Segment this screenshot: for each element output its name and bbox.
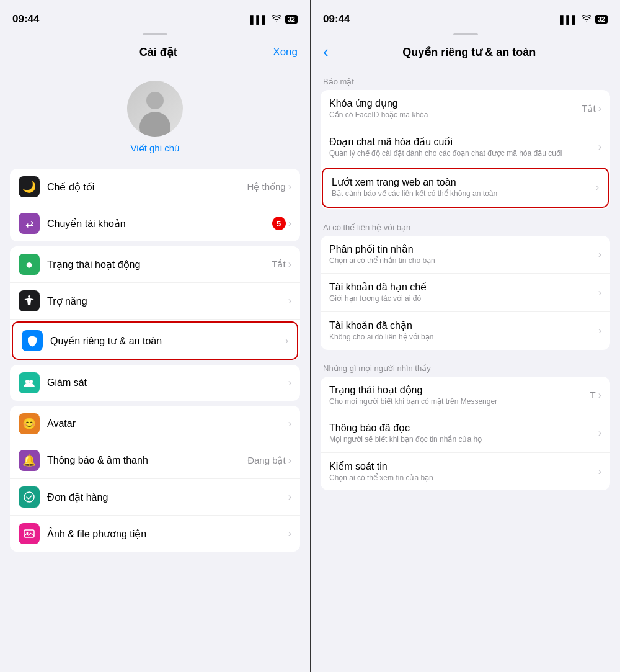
left-battery: 32 xyxy=(285,15,298,24)
left-status-icons: ▌▌▌ 32 xyxy=(250,15,298,24)
dark-mode-value: Hệ thống xyxy=(247,181,285,192)
settings-section-3: Giám sát › xyxy=(10,365,300,401)
svg-point-1 xyxy=(25,380,29,383)
transfer-account-item[interactable]: ⇄ Chuyển tài khoản 5 › xyxy=(10,205,300,241)
app-lock-sub: Cần có FaceID hoặc mã khóa xyxy=(329,110,577,120)
e2e-chat-item[interactable]: Đoạn chat mã hóa đầu cuối Quản lý chế độ… xyxy=(321,128,610,167)
right-signal-icon: ▌▌▌ xyxy=(560,15,578,24)
avatar-icon: 😊 xyxy=(19,413,40,434)
right-time: 09:44 xyxy=(323,13,350,25)
notification-icon: 🔔 xyxy=(19,450,40,471)
msg-distribution-item[interactable]: Phân phối tin nhắn Chọn ai có thể nhắn t… xyxy=(321,236,610,274)
msg-dist-title: Phân phối tin nhắn xyxy=(329,243,593,255)
blocked-sub: Không cho ai đó liên hệ với bạn xyxy=(329,333,593,343)
contact-header: Ai có thể liên hệ với bạn xyxy=(311,214,620,236)
activity-visible-chevron: › xyxy=(598,390,601,401)
restricted-title: Tài khoản đã hạn chế xyxy=(329,281,593,293)
safe-browse-item[interactable]: Lướt xem trang web an toàn Bật cảnh báo … xyxy=(322,168,609,208)
story-control-item[interactable]: Kiểm soát tin Chọn ai có thể xem tin của… xyxy=(321,453,610,491)
right-phone-screen: 09:44 ▌▌▌ 32 ‹ Quyền riêng tư & an toàn … xyxy=(310,0,620,672)
notification-item[interactable]: 🔔 Thông báo & âm thanh Đang bật › xyxy=(10,442,300,479)
privacy-icon xyxy=(22,330,43,351)
restricted-accounts-item[interactable]: Tài khoản đã hạn chế Giới hạn tương tác … xyxy=(321,274,610,312)
safe-browse-sub: Bật cảnh báo về các liên kết có thể khôn… xyxy=(332,189,591,199)
activity-value: Tắt xyxy=(272,259,285,270)
right-battery: 32 xyxy=(595,15,608,24)
blocked-accounts-item[interactable]: Tài khoản đã chặn Không cho ai đó liên h… xyxy=(321,312,610,350)
right-status-icons: ▌▌▌ 32 xyxy=(560,15,608,24)
e2e-chat-sub: Quản lý chế độ cài đặt dành cho các đoạn… xyxy=(329,149,593,159)
blocked-chevron: › xyxy=(598,325,601,336)
orders-icon xyxy=(19,486,40,508)
avatar-item[interactable]: 😊 Avatar › xyxy=(10,406,300,442)
security-header: Bảo mật xyxy=(311,68,620,90)
activity-visible-title: Trạng thái hoạt động xyxy=(329,384,585,396)
app-lock-title: Khóa ứng dụng xyxy=(329,97,577,109)
wifi-icon xyxy=(272,15,281,24)
app-lock-value: Tắt xyxy=(582,103,595,114)
read-receipt-title: Thông báo đã đọc xyxy=(329,422,593,434)
right-status-bar: 09:44 ▌▌▌ 32 xyxy=(311,0,620,32)
read-receipt-item[interactable]: Thông báo đã đọc Mọi người sẽ biết khi b… xyxy=(321,414,610,453)
settings-section-1: 🌙 Chế độ tối Hệ thống › ⇄ Chuyển tài kho… xyxy=(10,169,300,241)
svg-rect-4 xyxy=(24,530,34,537)
svg-point-3 xyxy=(24,492,34,502)
activity-visible-sub: Cho mọi người biết khi bạn có mặt trên M… xyxy=(329,397,585,407)
dark-mode-icon: 🌙 xyxy=(19,176,40,197)
profile-section: Viết ghi chú xyxy=(0,68,310,164)
app-lock-item[interactable]: Khóa ứng dụng Cần có FaceID hoặc mã khóa… xyxy=(321,90,610,128)
privacy-label: Quyền riêng tư & an toàn xyxy=(50,335,162,347)
activity-visible-item[interactable]: Trạng thái hoạt động Cho mọi người biết … xyxy=(321,377,610,415)
right-screen-content[interactable]: Bảo mật Khóa ứng dụng Cần có FaceID hoặc… xyxy=(311,68,620,672)
transfer-icon: ⇄ xyxy=(19,213,40,234)
right-nav-bar: ‹ Quyền riêng tư & an toàn xyxy=(311,36,620,68)
privacy-chevron: › xyxy=(285,335,288,346)
left-phone-screen: 09:44 ▌▌▌ 32 Cài đặt Xong Viết ghi chú xyxy=(0,0,310,672)
safe-browse-chevron: › xyxy=(596,182,599,193)
monitor-item[interactable]: Giám sát › xyxy=(10,365,300,401)
story-control-chevron: › xyxy=(598,466,601,477)
monitor-label: Giám sát xyxy=(47,377,87,388)
orders-label: Đơn đặt hàng xyxy=(47,491,108,503)
activity-status-item[interactable]: ● Trạng thái hoạt động Tắt › xyxy=(10,246,300,283)
blocked-title: Tài khoản đã chặn xyxy=(329,320,593,331)
left-nav-action[interactable]: Xong xyxy=(273,46,298,58)
accessibility-label: Trợ năng xyxy=(47,295,87,307)
dark-mode-chevron: › xyxy=(288,181,291,192)
left-nav-title: Cài đặt xyxy=(140,45,177,59)
left-nav-bar: Cài đặt Xong xyxy=(0,36,310,68)
signal-icon: ▌▌▌ xyxy=(250,15,268,24)
activity-label: Trạng thái hoạt động xyxy=(47,259,140,271)
app-lock-chevron: › xyxy=(598,103,601,114)
msg-dist-sub: Chọn ai có thể nhắn tin cho bạn xyxy=(329,256,593,266)
notification-value: Đang bật xyxy=(247,455,286,466)
dark-mode-label: Chế độ tối xyxy=(47,181,94,193)
story-control-title: Kiểm soát tin xyxy=(329,460,593,472)
monitor-chevron: › xyxy=(288,377,291,388)
privacy-item[interactable]: Quyền riêng tư & an toàn › xyxy=(12,321,298,360)
e2e-chat-title: Đoạn chat mã hóa đầu cuối xyxy=(329,136,593,148)
transfer-label: Chuyển tài khoản xyxy=(47,218,126,230)
left-time: 09:44 xyxy=(12,13,39,25)
visible-header: Những gì mọi người nhìn thấy xyxy=(311,355,620,377)
profile-note-link[interactable]: Viết ghi chú xyxy=(131,143,180,154)
activity-icon: ● xyxy=(19,254,40,275)
monitor-icon xyxy=(19,372,40,393)
orders-item[interactable]: Đơn đặt hàng › xyxy=(10,479,300,516)
dark-mode-item[interactable]: 🌙 Chế độ tối Hệ thống › xyxy=(10,169,300,205)
svg-point-2 xyxy=(29,380,33,383)
notification-label: Thông báo & âm thanh xyxy=(47,455,148,466)
activity-chevron: › xyxy=(288,259,291,270)
contact-section: Phân phối tin nhắn Chọn ai có thể nhắn t… xyxy=(321,236,610,350)
left-screen-content[interactable]: Viết ghi chú 🌙 Chế độ tối Hệ thống › ⇄ C… xyxy=(0,68,310,672)
activity-visible-value: T xyxy=(590,390,596,400)
safe-browse-title: Lướt xem trang web an toàn xyxy=(332,176,591,188)
story-control-sub: Chọn ai có thể xem tin của bạn xyxy=(329,473,593,483)
right-nav-title: Quyền riêng tư & an toàn xyxy=(337,45,601,59)
back-button[interactable]: ‹ xyxy=(323,42,329,61)
transfer-badge: 5 xyxy=(272,217,286,230)
media-icon xyxy=(19,523,40,544)
media-item[interactable]: Ảnh & file phương tiện › xyxy=(10,516,300,552)
avatar xyxy=(127,81,183,137)
accessibility-item[interactable]: Trợ năng › xyxy=(10,283,300,320)
